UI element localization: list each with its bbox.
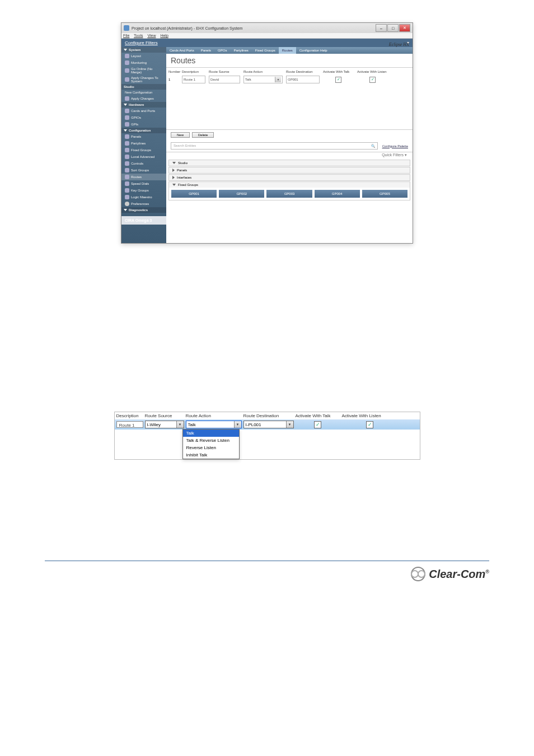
tab-panels[interactable]: Panels (198, 47, 214, 54)
monitor-icon (125, 60, 129, 65)
dropdown-option[interactable]: Talk (183, 430, 239, 437)
sidebar-section-configuration[interactable]: Configuration (121, 128, 166, 133)
chevron-down-icon: ▼ (286, 421, 293, 428)
sidebar-section-hardware[interactable]: Hardware (121, 102, 166, 108)
configure-palette-link[interactable]: Configure Palette (382, 144, 408, 148)
detail-destination-select[interactable]: I-PL001▼ (243, 421, 294, 428)
table-row[interactable]: 1 Route 1 David Talk▼ GP001 ✓ ✓ (167, 74, 411, 85)
tab-cards-ports[interactable]: Cards And Ports (166, 47, 198, 54)
sort-icon (125, 168, 129, 172)
cards-icon (125, 109, 129, 113)
delete-button[interactable]: Delete (192, 132, 214, 138)
sidebar-item-routes[interactable]: Routes (121, 174, 166, 180)
sidebar-item-sort-groups[interactable]: Sort Groups (121, 167, 166, 174)
quick-filters[interactable]: Quick Filters ▾ (382, 153, 407, 157)
palette-item[interactable]: GP003 (266, 190, 312, 198)
description-input[interactable]: Route 1 (182, 76, 205, 83)
action-select[interactable]: Talk▼ (243, 76, 283, 83)
detail-awl-checkbox[interactable]: ✓ (366, 421, 373, 428)
sidebar-item-speed-dials[interactable]: Speed Dials (121, 180, 166, 187)
config-filters-bar[interactable]: Configure Filters ▾ (121, 39, 413, 47)
config-filters-label: Configure Filters (125, 40, 158, 45)
tab-fixed-groups[interactable]: Fixed Groups (252, 47, 279, 54)
chevron-down-icon: ▼ (234, 421, 241, 428)
app-window: Project on localhost (Administrator) - E… (121, 22, 413, 244)
app-icon (124, 25, 129, 31)
tab-config-help[interactable]: Configuration Help (296, 47, 331, 54)
destination-input[interactable]: GP001 (286, 76, 320, 83)
menubar: File Tools View Help (121, 33, 413, 39)
table-header: Number Description Route Source Route Ac… (167, 69, 411, 74)
menu-view[interactable]: View (147, 34, 156, 38)
detail-action-select[interactable]: Talk▼ (186, 421, 242, 428)
gpi-icon (125, 122, 129, 127)
route-detail-figure: Description Route Source Route Action Ro… (114, 412, 420, 460)
tab-partylines[interactable]: Partylines (230, 47, 251, 54)
palette-section-fixed-groups[interactable]: Fixed Groups (169, 182, 410, 188)
dropdown-option[interactable]: Inhibit Talk (183, 451, 239, 459)
sidebar-section-system[interactable]: System (121, 47, 166, 53)
close-button[interactable]: ✕ (399, 24, 410, 32)
logo-icon (411, 567, 425, 581)
palette-item[interactable]: GP004 (315, 190, 360, 198)
detail-awt-checkbox[interactable]: ✓ (314, 421, 321, 428)
dropdown-option[interactable]: Reverse Listen (183, 444, 239, 451)
sidebar-item-gpis[interactable]: GPIs (121, 121, 166, 128)
sidebar-item-go-online[interactable]: Go Online (No Merge) (121, 66, 166, 75)
new-button[interactable]: New (171, 132, 190, 138)
sidebar-item-controls[interactable]: Controls (121, 160, 166, 167)
sidebar-item-preferences[interactable]: Preferences (121, 200, 166, 207)
tab-gpos[interactable]: GPOs (214, 47, 230, 54)
sidebar-section-studio[interactable]: Studio (121, 84, 166, 90)
chevron-right-icon (172, 176, 175, 179)
sidebar-section-diagnostics[interactable]: Diagnostics (121, 207, 166, 213)
sidebar-item-partylines[interactable]: Partylines (121, 140, 166, 147)
sidebar-item-apply-changes[interactable]: Apply Changes (121, 95, 166, 102)
chevron-right-icon (172, 169, 175, 172)
main-tabs: Cards And Ports Panels GPOs Partylines F… (166, 47, 413, 54)
minimize-button[interactable]: – (376, 24, 387, 32)
sidebar-item-layout[interactable]: Layout (121, 53, 166, 59)
menu-tools[interactable]: Tools (134, 34, 143, 38)
sidebar-item-new-config[interactable]: New Configuration (121, 90, 166, 95)
awt-checkbox[interactable]: ✓ (335, 77, 341, 83)
detail-source-select[interactable]: I-Wiley▼ (145, 421, 184, 428)
sidebar-item-apply-changes-system[interactable]: Apply Changes To System (121, 75, 166, 84)
palette-section-panels[interactable]: Panels (169, 167, 410, 173)
brand-label: Eclipse HX (389, 42, 409, 47)
sidebar-item-gpios[interactable]: GPIOs (121, 114, 166, 121)
maximize-button[interactable]: □ (387, 24, 399, 32)
dropdown-option[interactable]: Talk & Reverse Listen (183, 437, 239, 444)
apply-icon (125, 77, 129, 82)
awl-checkbox[interactable]: ✓ (369, 77, 376, 83)
tab-routes[interactable]: Routes (279, 47, 296, 54)
window-title: Project on localhost (Administrator) - E… (132, 26, 376, 30)
sidebar-footer: CIRA Omega 3 (121, 216, 166, 225)
sidebar-item-monitoring[interactable]: Monitoring (121, 59, 166, 66)
sidebar-item-fixed-groups[interactable]: Fixed Groups (121, 147, 166, 153)
palette-item[interactable]: GP005 (362, 190, 407, 198)
panels-icon (125, 134, 129, 139)
advanced-icon (125, 155, 129, 159)
sidebar-item-key-groups[interactable]: Key Groups (121, 187, 166, 194)
layout-icon (125, 54, 129, 58)
palette-section-studio[interactable]: Studio (169, 160, 410, 166)
sidebar-item-panels[interactable]: Panels (121, 133, 166, 140)
routes-table: Number Description Route Source Route Ac… (166, 68, 413, 130)
sidebar-item-cards-ports[interactable]: Cards and Ports (121, 108, 166, 114)
search-input[interactable]: Search Entities 🔍 (171, 142, 378, 150)
sidebar-item-logic-maestro[interactable]: Logic Maestro (121, 194, 166, 200)
palette-item[interactable]: GP002 (219, 190, 264, 198)
source-input[interactable]: David (209, 76, 240, 83)
menu-help[interactable]: Help (160, 34, 168, 38)
sidebar-item-local-advanced[interactable]: Local Advanced (121, 153, 166, 160)
palette-item[interactable]: GP001 (171, 190, 217, 198)
search-row: Search Entities 🔍 Configure Palette (166, 140, 413, 152)
menu-file[interactable]: File (123, 34, 129, 38)
partyline-icon (125, 141, 129, 146)
chevron-down-icon (172, 184, 176, 186)
search-icon: 🔍 (371, 144, 375, 148)
chevron-down-icon (172, 162, 176, 164)
palette-section-interfaces[interactable]: Interfaces (169, 175, 410, 180)
detail-description-input[interactable]: Route 1 (116, 421, 143, 428)
